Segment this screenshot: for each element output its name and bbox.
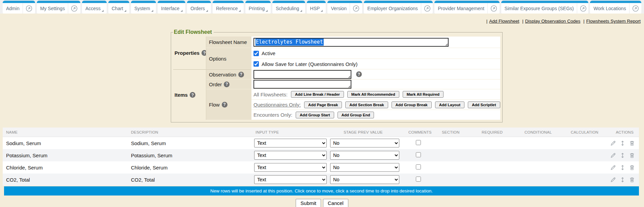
flowsheet-name-label: Flowsheet Name [206, 37, 251, 48]
chevron-down-icon [181, 10, 183, 12]
edit-icon[interactable] [610, 153, 616, 158]
nav-tab[interactable]: Orders [187, 1, 211, 14]
active-checkbox[interactable] [253, 51, 259, 56]
flow-button[interactable]: Add Page Break [304, 101, 342, 108]
tab-accent-bar [364, 1, 433, 3]
observation-input[interactable] [253, 70, 351, 79]
edit-flowsheet-panel: Edit Flowsheet Properties ? Items ? Flow… [171, 29, 503, 122]
input-type-select[interactable]: Text [254, 151, 327, 160]
cell-description: Chloride, Serum [128, 165, 254, 170]
help-icon[interactable]: ? [190, 92, 195, 98]
tab-external-wrap [23, 3, 32, 14]
move-icon[interactable] [620, 153, 625, 158]
order-label: Order ? [206, 79, 251, 89]
order-input[interactable] [253, 80, 351, 89]
tab-label: Similar Exposure Groups (SEGs) [505, 6, 574, 11]
flow-button[interactable]: Add Scriptlet [468, 101, 500, 108]
cell-description: CO2, Total [128, 177, 254, 183]
flow-button[interactable]: Add Layout [435, 101, 464, 108]
comments-checkbox[interactable] [416, 152, 421, 157]
delete-icon[interactable] [629, 153, 635, 158]
comments-checkbox[interactable] [416, 140, 421, 145]
nav-tab[interactable]: Reference [213, 1, 244, 14]
nav-tab[interactable]: HSP [307, 1, 326, 14]
cell-name: Potassium, Serum [3, 153, 128, 158]
flow-button[interactable]: Add Group End [338, 112, 374, 118]
external-link-icon [632, 5, 639, 12]
active-checkbox-label: Active [262, 50, 275, 56]
nav-tab[interactable]: Work Locations [590, 1, 641, 14]
flow-row: Encounters Only: Add Group StartAdd Grou… [251, 110, 500, 120]
flow-button[interactable]: Mark All Required [403, 91, 444, 98]
column-header: INPUT TYPE [254, 130, 330, 134]
move-icon[interactable] [620, 165, 625, 170]
insert-position-bar[interactable]: New rows will be inserted at this positi… [4, 186, 639, 196]
header-link[interactable]: Display Observation Codes [525, 19, 581, 24]
help-icon[interactable]: ? [238, 72, 244, 77]
allow-save-checkbox[interactable] [253, 61, 259, 67]
help-icon[interactable]: ? [222, 102, 227, 108]
stage-prev-value-select[interactable]: No [330, 163, 399, 172]
nav-tab[interactable]: Provider Management [434, 1, 499, 14]
flowsheet-name-value: Electrolytes Flowsheet [256, 39, 324, 46]
delete-icon[interactable] [629, 177, 635, 183]
tab-label: Version [331, 6, 347, 11]
nav-tab[interactable]: Access [82, 1, 107, 14]
help-icon[interactable]: ? [224, 82, 230, 87]
tab-accent-bar [187, 1, 211, 3]
nav-tab[interactable]: Admin [3, 1, 35, 14]
link-separator: | [522, 19, 524, 24]
comments-checkbox[interactable] [416, 164, 421, 169]
help-icon[interactable]: ? [356, 71, 362, 77]
nav-tab[interactable]: Employer Organizations [364, 1, 433, 14]
stage-prev-value-select[interactable]: No [330, 175, 399, 184]
edit-icon[interactable] [610, 165, 616, 170]
nav-tab[interactable]: System [131, 1, 156, 14]
nav-tab[interactable]: My Settings [37, 1, 80, 14]
tab-label: Scheduling [276, 6, 299, 11]
panel-title: Edit Flowsheet [173, 29, 214, 35]
input-type-select[interactable]: Text [254, 163, 327, 172]
comments-checkbox[interactable] [416, 177, 421, 182]
move-icon[interactable] [620, 140, 625, 146]
tab-accent-bar [213, 1, 244, 3]
flow-button[interactable]: Add Group Break [392, 101, 432, 108]
nav-tab[interactable]: Interface [158, 1, 185, 14]
stage-prev-value-select[interactable]: No [330, 139, 399, 147]
table-row: Sodium, Serum Sodium, Serum Text No [3, 137, 639, 149]
flow-button[interactable]: Add Section Break [345, 101, 388, 108]
move-icon[interactable] [620, 177, 625, 183]
flow-row: Questionnaires Only: Add Page BreakAdd S… [251, 99, 500, 110]
delete-icon[interactable] [629, 165, 635, 170]
cell-name: Sodium, Serum [3, 140, 128, 146]
nav-tab[interactable]: Chart [108, 1, 129, 14]
nav-tab[interactable]: Version [327, 1, 362, 14]
flow-buttons-area: All Flowsheets: Add Line Break / HeaderM… [251, 89, 500, 120]
flow-button[interactable]: Mark All Recommended [347, 91, 399, 98]
flow-button[interactable]: Add Line Break / Header [291, 91, 344, 98]
table-row: CO2, Total CO2, Total Text No [3, 174, 639, 186]
submit-button[interactable]: Submit [296, 199, 321, 207]
tab-accent-bar [131, 1, 156, 3]
tab-label: System [134, 6, 150, 11]
items-table-header: NAMEDESCRIPTIONINPUT TYPESTAGE PREV VALU… [3, 128, 639, 137]
stage-prev-value-select[interactable]: No [330, 151, 399, 160]
insert-position-text: New rows will be inserted at this positi… [210, 188, 433, 193]
flow-button[interactable]: Add Group Start [296, 112, 334, 118]
header-link[interactable]: Add Flowsheet [489, 19, 519, 24]
nav-tab[interactable]: Printing [245, 1, 271, 14]
delete-icon[interactable] [629, 140, 635, 146]
header-link[interactable]: Flowsheets System Report [586, 19, 641, 24]
input-type-select[interactable]: Text [254, 175, 327, 184]
flowsheet-name-input[interactable]: Electrolytes Flowsheet [253, 38, 449, 47]
items-table-body: Sodium, Serum Sodium, Serum Text No Pota… [3, 137, 639, 186]
chevron-down-icon [102, 10, 104, 12]
input-type-select[interactable]: Text [254, 139, 327, 147]
nav-tab[interactable]: Scheduling [272, 1, 305, 14]
cell-name: CO2, Total [3, 177, 128, 183]
nav-tab[interactable]: Similar Exposure Groups (SEGs) [501, 1, 589, 14]
cancel-button[interactable]: Cancel [323, 199, 348, 207]
table-row: Potassium, Serum Potassium, Serum Text N… [3, 149, 639, 161]
edit-icon[interactable] [610, 140, 616, 146]
edit-icon[interactable] [610, 177, 616, 183]
